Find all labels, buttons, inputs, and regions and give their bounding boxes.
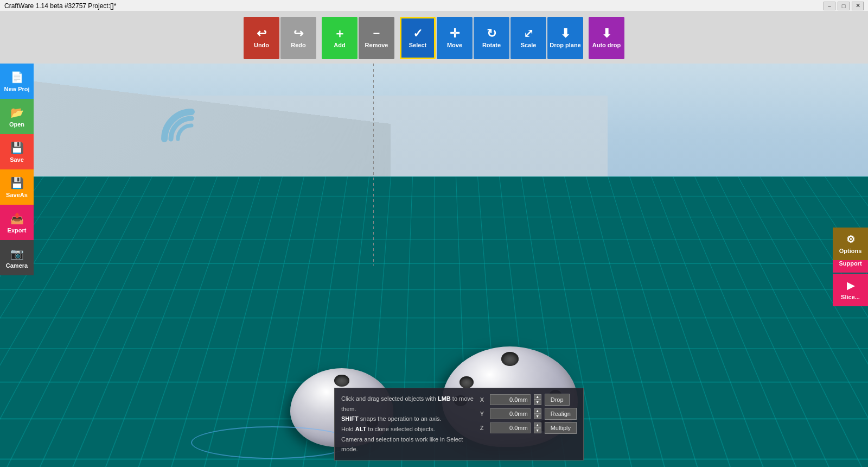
x-spin-up[interactable]: ▲: [534, 394, 541, 400]
save-button[interactable]: 💾 Save: [0, 134, 34, 169]
add-button[interactable]: ＋ Add: [322, 17, 358, 59]
dome-large-hole-top: [501, 352, 519, 366]
newproj-button[interactable]: 📄 New Proj: [0, 64, 34, 99]
left-sidebar: 📄 New Proj 📂 Open 💾 Save 💾 SaveAs 📤 Expo…: [0, 64, 34, 275]
move-button[interactable]: ✛ Move: [437, 17, 473, 59]
options-button[interactable]: ⚙ Options: [833, 228, 868, 260]
main-area: ↩ Undo ↪ Redo ＋ Add − Remove ✓ Select: [0, 12, 868, 467]
scale-button[interactable]: ⤢ Scale: [510, 17, 546, 59]
info-line4: Camera and selection tools work like in …: [341, 434, 475, 455]
drop-action: Drop: [545, 394, 570, 406]
y-spin-down[interactable]: ▼: [534, 414, 541, 419]
info-line3: Hold ALT to clone selected objects.: [341, 424, 475, 434]
z-label: Z: [480, 423, 487, 433]
titlebar-controls: − □ ✕: [824, 2, 864, 10]
z-spinner: ▲ ▼: [534, 422, 541, 433]
undo-button[interactable]: ↩ Undo: [244, 17, 279, 59]
maximize-button[interactable]: □: [838, 2, 850, 10]
z-input[interactable]: [490, 422, 531, 433]
dome-large-hole-left-top: [459, 376, 474, 388]
y-spin-up[interactable]: ▲: [534, 408, 541, 414]
export-button[interactable]: 📤 Export: [0, 205, 34, 240]
multiply-action: Multiply: [545, 422, 577, 434]
saveas-icon: 💾: [10, 176, 24, 190]
info-text: Click and drag selected objects with LMB…: [341, 394, 475, 455]
undo-icon: ↩: [257, 28, 266, 40]
slice-icon: ▶: [847, 280, 854, 292]
y-spinner: ▲ ▼: [534, 408, 541, 419]
dome-small-hole-top: [334, 375, 349, 387]
multiply-button[interactable]: Multiply: [545, 422, 577, 434]
coords-panel: X ▲ ▼ Drop Y ▲ ▼: [480, 394, 577, 455]
rotate-icon: ↻: [487, 28, 496, 40]
camera-icon: 📷: [10, 247, 24, 260]
undo-redo-group: ↩ Undo ↪ Redo: [244, 17, 316, 59]
drop-button[interactable]: Drop: [545, 394, 570, 406]
realign-button[interactable]: Realign: [545, 408, 577, 420]
y-input[interactable]: [490, 408, 531, 419]
info-line1: Click and drag selected objects with LMB…: [341, 394, 475, 414]
autodrop-group: ⬇ Auto drop: [589, 17, 624, 59]
z-coord-row: Z ▲ ▼ Multiply: [480, 422, 577, 434]
close-button[interactable]: ✕: [852, 2, 864, 10]
select-button[interactable]: ✓ Select: [400, 17, 436, 59]
minimize-button[interactable]: −: [824, 2, 835, 10]
x-coord-row: X ▲ ▼ Drop: [480, 394, 577, 406]
toolbar: ↩ Undo ↪ Redo ＋ Add − Remove ✓ Select: [0, 12, 868, 64]
autodrop-icon: ⬇: [602, 28, 611, 40]
slice-button[interactable]: ▶ Slice...: [833, 274, 868, 306]
add-remove-group: ＋ Add − Remove: [322, 17, 394, 59]
open-icon: 📂: [10, 106, 24, 119]
redo-icon: ↪: [293, 28, 303, 40]
x-label: X: [480, 395, 487, 405]
camera-button[interactable]: 📷 Camera: [0, 240, 34, 275]
right-sidebar: ⬛ Support ▶ Slice... ⚙ Options: [831, 115, 868, 306]
newproj-icon: 📄: [10, 71, 24, 84]
y-label: Y: [480, 409, 487, 419]
z-spin-down[interactable]: ▼: [534, 428, 541, 433]
select-icon: ✓: [413, 28, 423, 40]
add-icon: ＋: [334, 28, 346, 40]
z-spin-up[interactable]: ▲: [534, 422, 541, 428]
realign-action: Realign: [545, 408, 577, 420]
remove-icon: −: [373, 28, 380, 40]
rotate-button[interactable]: ↻ Rotate: [474, 17, 509, 59]
x-spinner: ▲ ▼: [534, 394, 541, 405]
x-input[interactable]: [490, 394, 531, 405]
scale-icon: ⤢: [524, 28, 533, 40]
autodrop-button[interactable]: ⬇ Auto drop: [589, 17, 624, 59]
saveas-button[interactable]: 💾 SaveAs: [0, 169, 34, 205]
titlebar-title: CraftWare 1.14 beta #32757 Project:[]*: [4, 2, 116, 10]
remove-button[interactable]: − Remove: [359, 17, 394, 59]
export-icon: 📤: [10, 212, 24, 225]
dropplane-icon: ⬇: [560, 28, 570, 40]
transform-group: ✓ Select ✛ Move ↻ Rotate ⤢ Scale ⬇ Drop …: [400, 17, 583, 59]
y-coord-row: Y ▲ ▼ Realign: [480, 408, 577, 420]
x-spin-down[interactable]: ▼: [534, 400, 541, 405]
info-panel: Click and drag selected objects with LMB…: [334, 388, 584, 460]
move-icon: ✛: [450, 28, 459, 40]
titlebar: CraftWare 1.14 beta #32757 Project:[]* −…: [0, 0, 868, 12]
open-button[interactable]: 📂 Open: [0, 99, 34, 134]
viewport[interactable]: ⬛ Support ▶ Slice... ⚙ Options Click and…: [0, 64, 868, 467]
save-icon: 💾: [10, 141, 24, 154]
options-icon: ⚙: [846, 234, 855, 245]
redo-button[interactable]: ↪ Redo: [280, 17, 316, 59]
info-line2: SHIFT snaps the operation to an axis.: [341, 414, 475, 424]
dropplane-button[interactable]: ⬇ Drop plane: [547, 17, 583, 59]
